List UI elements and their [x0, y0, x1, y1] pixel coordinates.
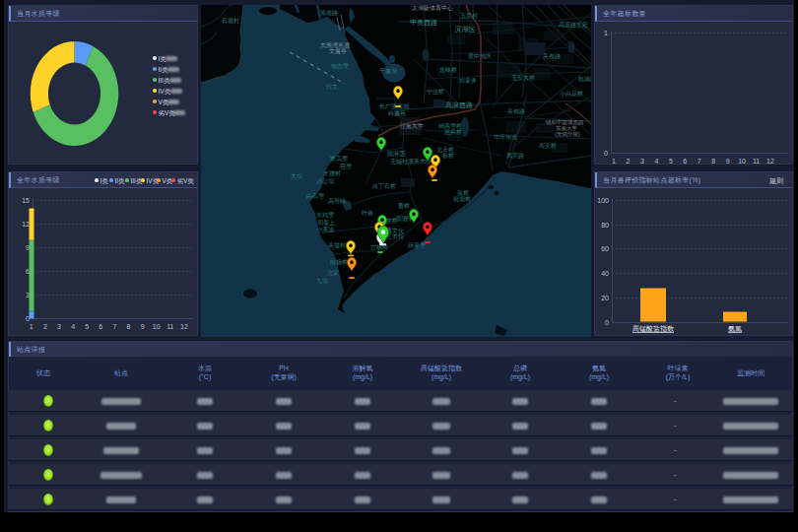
svg-text:0: 0	[604, 150, 608, 157]
svg-text:11: 11	[166, 323, 173, 330]
svg-text:长广溪湿地: 长广溪湿地	[379, 102, 410, 109]
svg-text:大坝: 大坝	[291, 172, 302, 179]
svg-text:东绛桥: 东绛桥	[439, 66, 457, 73]
svg-text:惠兵桥: 惠兵桥	[443, 129, 462, 135]
svg-text:6: 6	[683, 158, 687, 165]
svg-text:园淋荡: 园淋荡	[387, 151, 405, 158]
svg-text:吴都路: 吴都路	[507, 108, 525, 115]
svg-text:高苛岭: 高苛岭	[328, 197, 346, 204]
svg-text:8: 8	[711, 158, 715, 165]
svg-text:九坝: 九坝	[316, 278, 328, 284]
svg-text:佃志里: 佃志里	[331, 63, 350, 70]
svg-text:容里: 容里	[340, 163, 353, 170]
svg-text:尚丁石桥: 尚丁石桥	[372, 182, 396, 190]
svg-text:1: 1	[612, 158, 616, 165]
svg-text:吴堤村: 吴堤村	[328, 241, 346, 249]
svg-text:12: 12	[180, 323, 188, 330]
svg-text:高锰酸盐指数: 高锰酸盐指数	[632, 325, 675, 333]
svg-text:凤宾路: 凤宾路	[506, 152, 524, 160]
svg-text:3: 3	[57, 323, 61, 330]
svg-text:中奥西路: 中奥西路	[410, 19, 437, 27]
svg-text:5: 5	[85, 323, 89, 330]
svg-text:江南大学: 江南大学	[400, 122, 424, 129]
svg-text:4: 4	[654, 158, 658, 165]
svg-text:东鸡里: 东鸡里	[316, 211, 335, 218]
svg-text:文襄亭: 文襄亭	[329, 47, 347, 55]
svg-text:15: 15	[22, 197, 30, 204]
svg-text:1: 1	[30, 323, 33, 330]
svg-text:青桥: 青桥	[398, 203, 410, 209]
svg-text:竹文: 竹文	[326, 83, 338, 90]
svg-text:1: 1	[604, 30, 608, 36]
svg-text:4: 4	[71, 323, 75, 330]
svg-text:无安大桥: 无安大桥	[511, 74, 535, 82]
svg-text:小溪浦: 小溪浦	[316, 226, 334, 233]
svg-text:2: 2	[43, 323, 47, 330]
svg-text:氨氮: 氨氮	[728, 325, 742, 333]
svg-text:南杨桥: 南杨桥	[330, 259, 348, 266]
svg-text:渔港路: 渔港路	[320, 10, 338, 17]
svg-text:滨湖区: 滨湖区	[455, 25, 476, 33]
svg-text:9: 9	[26, 244, 30, 251]
svg-text:0: 0	[26, 315, 30, 322]
svg-text:60: 60	[601, 245, 609, 252]
svg-text:板桥: 板桥	[441, 153, 454, 159]
svg-text:千鑫湖: 千鑫湖	[378, 67, 397, 74]
svg-text:石塘村: 石塘村	[221, 17, 239, 25]
svg-text:80: 80	[601, 222, 609, 229]
svg-text:12: 12	[766, 158, 774, 165]
svg-text:薛家里: 薛家里	[408, 241, 427, 248]
svg-text:9: 9	[726, 158, 730, 165]
svg-text:10: 10	[153, 323, 161, 330]
svg-text:7: 7	[112, 323, 116, 330]
svg-text:9: 9	[141, 323, 145, 330]
svg-text:3: 3	[640, 158, 644, 165]
svg-text:2: 2	[627, 158, 631, 165]
svg-text:羊腰村: 羊腰村	[322, 170, 341, 177]
svg-text:宁佳桥: 宁佳桥	[427, 88, 444, 95]
svg-text:祝塘桥: 祝塘桥	[453, 195, 471, 203]
svg-text:白石里: 白石里	[306, 192, 325, 200]
svg-text:寿安桥: 寿安桥	[538, 142, 557, 149]
svg-text:12: 12	[22, 221, 30, 228]
svg-text:周泰上: 周泰上	[317, 220, 335, 227]
svg-text:0: 0	[605, 319, 609, 326]
svg-text:梁中地区: 梁中地区	[468, 52, 492, 59]
svg-text:五星村: 五星村	[460, 13, 478, 20]
svg-text:机场路: 机场路	[578, 76, 591, 83]
svg-text:无锡桂溪美术馆: 无锡桂溪美术馆	[390, 158, 432, 166]
svg-text:吴都路: 吴都路	[543, 53, 561, 60]
svg-text:郑家弄: 郑家弄	[459, 77, 477, 84]
svg-text:11: 11	[753, 158, 760, 165]
svg-text:叶巷: 叶巷	[362, 210, 373, 216]
svg-text:高浪路东延: 高浪路东延	[559, 21, 588, 29]
svg-text:100: 100	[597, 197, 609, 204]
svg-text:10: 10	[738, 158, 746, 165]
svg-text:小白花桥: 小白花桥	[560, 91, 583, 98]
svg-text:沈家: 沈家	[327, 269, 339, 277]
svg-text:40: 40	[601, 270, 609, 277]
svg-text:高浪西路: 高浪西路	[445, 101, 473, 109]
svg-text:6: 6	[26, 268, 30, 275]
svg-text:科鑫苑: 科鑫苑	[388, 110, 406, 117]
svg-text:3: 3	[26, 292, 30, 299]
svg-text:20: 20	[601, 295, 609, 301]
svg-text:7: 7	[698, 158, 701, 165]
svg-text:华庄街道: 华庄街道	[494, 133, 517, 141]
svg-text:太湖新体育中心: 太湖新体育中心	[412, 5, 453, 11]
svg-text:6: 6	[99, 323, 102, 330]
svg-text:汤公坝: 汤公坝	[316, 177, 334, 185]
svg-text:重马里: 重马里	[329, 155, 349, 162]
svg-text:8: 8	[127, 323, 131, 330]
svg-text:5: 5	[669, 158, 673, 165]
svg-text:(无锡分校): (无锡分校)	[555, 131, 580, 138]
